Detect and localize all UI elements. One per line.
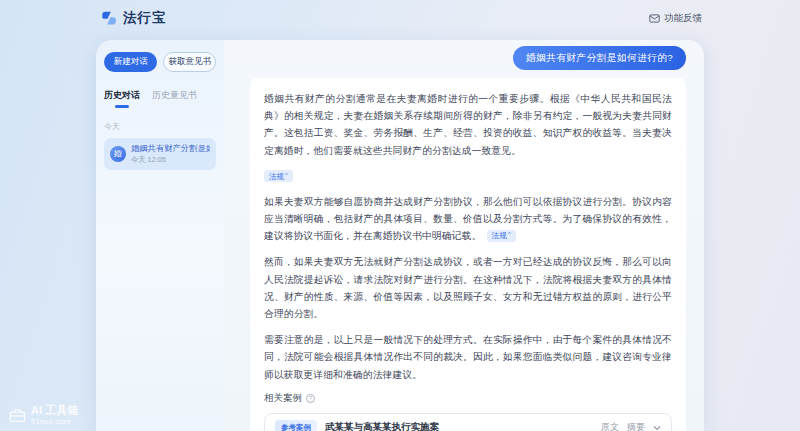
new-chat-button[interactable]: 新建对话 — [104, 52, 157, 72]
badge-line: 法规^ — [264, 165, 672, 183]
get-opinion-button[interactable]: 获取意见书 — [163, 52, 216, 72]
answer-paragraphs: 婚姻共有财产的分割通常是在夫妻离婚时进行的一个重要步骤。根据《中华人民共和国民法… — [264, 90, 672, 383]
related-cases-title: 相关案例 — [264, 392, 302, 405]
case-name: 武某某与高某某执行实施案 — [325, 421, 593, 431]
law-reference-badge[interactable]: 法规^ — [487, 230, 516, 242]
answer-paragraph: 婚姻共有财产的分割通常是在夫妻离婚时进行的一个重要步骤。根据《中华人民共和国民法… — [264, 90, 672, 159]
related-cases-header: 相关案例 ? — [264, 392, 672, 405]
mail-icon — [649, 14, 660, 23]
reference-case-badge: 参考案例 — [275, 420, 317, 431]
feedback-label: 功能反馈 — [664, 12, 702, 25]
chat-area: 婚姻共有财产分割是如何进行的? 婚姻共有财产的分割通常是在夫妻离婚时进行的一个重… — [224, 40, 704, 431]
tab-history-opinions[interactable]: 历史意见书 — [152, 89, 197, 108]
law-reference-badge[interactable]: 法规^ — [264, 170, 293, 182]
watermark-title: AI 工具箱 — [31, 404, 78, 417]
history-list-item[interactable]: 婚 婚姻共有财产分割是如何... 今天 12:05 — [104, 138, 216, 170]
top-bar: 法行宝 功能反馈 — [0, 0, 800, 36]
history-item-title: 婚姻共有财产分割是如何... — [131, 143, 210, 154]
answer-paragraph: 如果夫妻双方能够自愿协商并达成财产分割协议，那么他们可以依据协议进行分割。协议内… — [264, 193, 672, 245]
ai-answer-card: 婚姻共有财产的分割通常是在夫妻离婚时进行的一个重要步骤。根据《中华人民共和国民法… — [250, 78, 686, 431]
app-logo[interactable]: 法行宝 — [100, 9, 167, 27]
toolbox-icon — [9, 408, 26, 423]
answer-paragraph: 然而，如果夫妻双方无法就财产分割达成协议，或者一方对已经达成的协议反悔，那么可以… — [264, 253, 672, 322]
feedback-button[interactable]: 功能反馈 — [649, 12, 702, 25]
sidebar: 新建对话 获取意见书 历史对话 历史意见书 今天 婚 婚姻共有财产分割是如何..… — [96, 40, 224, 431]
tab-history-chats[interactable]: 历史对话 — [104, 89, 140, 108]
case-original-link[interactable]: 原文 — [601, 421, 619, 431]
history-avatar: 婚 — [110, 146, 126, 162]
history-tabs: 历史对话 历史意见书 — [104, 89, 216, 108]
watermark-url: 51tool.com — [31, 417, 78, 426]
citation-caret-icon: ^ — [508, 231, 511, 237]
answer-paragraph: 需要注意的是，以上只是一般情况下的处理方式。在实际操作中，由于每个案件的具体情况… — [264, 331, 672, 383]
history-item-time: 今天 12:05 — [131, 155, 210, 165]
tab-label: 历史对话 — [104, 89, 140, 102]
history-group-label: 今天 — [104, 121, 216, 132]
info-icon[interactable]: ? — [306, 394, 315, 403]
case-summary-link[interactable]: 摘要 — [627, 421, 645, 431]
watermark: AI 工具箱 51tool.com — [9, 404, 78, 426]
main-panel: 新建对话 获取意见书 历史对话 历史意见书 今天 婚 婚姻共有财产分割是如何..… — [96, 40, 704, 431]
user-message-bubble: 婚姻共有财产分割是如何进行的? — [513, 46, 686, 70]
logo-icon — [100, 9, 118, 27]
citation-caret-icon: ^ — [285, 172, 288, 178]
logo-text: 法行宝 — [123, 9, 167, 27]
tab-label: 历史意见书 — [152, 89, 197, 102]
case-card[interactable]: 参考案例 武某某与高某某执行实施案 原文 摘要 — [264, 413, 672, 431]
active-tab-underline — [115, 105, 129, 108]
chevron-down-icon[interactable] — [653, 425, 661, 431]
